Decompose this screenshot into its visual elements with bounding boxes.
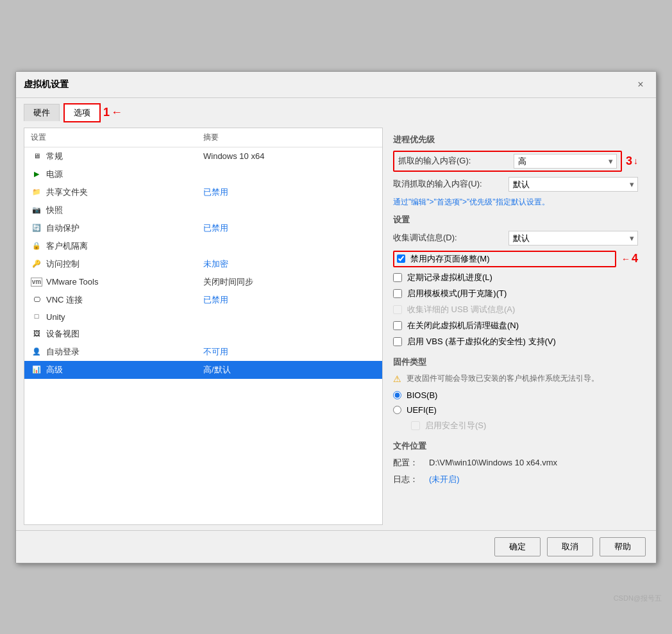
- bios-label: BIOS(B): [407, 390, 437, 400]
- template-mode-checkbox[interactable]: [393, 289, 402, 298]
- clean-disk-label: 在关闭此虚拟机后清理磁盘(N): [407, 320, 519, 331]
- left-item-guest-isolation[interactable]: 🔒 客户机隔离: [24, 237, 382, 255]
- log-progress-checkbox[interactable]: [393, 273, 402, 282]
- bios-radio[interactable]: [393, 391, 401, 399]
- autologon-icon: 👤: [31, 347, 42, 356]
- annotation-4: 4: [632, 252, 638, 265]
- checkbox-clean-disk-row: 在关闭此虚拟机后清理磁盘(N): [393, 320, 638, 331]
- dialog: 虚拟机设置 × 硬件 选项 1 ← 设置 摘要: [15, 71, 657, 563]
- title-bar: 虚拟机设置 ×: [16, 72, 656, 98]
- checkbox-template-mode-row: 启用模板模式(用于克隆)(T): [393, 288, 638, 299]
- clean-disk-checkbox[interactable]: [393, 321, 402, 330]
- left-item-power[interactable]: ▶ 电源: [24, 165, 382, 183]
- disable-page-trim-label: 禁用内存页面修整(M): [410, 253, 490, 265]
- annotation-3-area: 3 ↓: [626, 154, 638, 168]
- left-panel-header: 设置 摘要: [24, 128, 382, 147]
- left-item-auto-protect[interactable]: 🔄 自动保护 已禁用: [24, 219, 382, 237]
- uefi-radio[interactable]: [393, 406, 401, 414]
- left-item-advanced[interactable]: 📊 高级 高/默认 ← 2: [24, 361, 382, 379]
- firmware-section: 固件类型 ⚠ 更改固件可能会导致已安装的客户机操作系统无法引导。 BIOS(B)…: [393, 356, 638, 431]
- left-item-snapshot[interactable]: 📷 快照: [24, 201, 382, 219]
- firmware-warning-row: ⚠ 更改固件可能会导致已安装的客户机操作系统无法引导。: [393, 373, 638, 384]
- arrow-icon-4: ←: [621, 254, 630, 264]
- arrow-icon-3: ↓: [634, 156, 638, 166]
- template-mode-label: 启用模板模式(用于克隆)(T): [407, 288, 507, 299]
- file-location-section: 文件位置 配置： D:\VM\win10\Windows 10 x64.vmx …: [393, 440, 638, 485]
- file-location-title: 文件位置: [393, 440, 638, 452]
- config-label: 配置：: [393, 457, 424, 469]
- secure-boot-checkbox: [411, 421, 420, 430]
- vbs-checkbox[interactable]: [393, 337, 402, 346]
- checkbox-log-progress-row: 定期记录虚拟机进度(L): [393, 272, 638, 283]
- checkbox-disable-page-trim-row: 禁用内存页面修整(M) ← 4: [393, 251, 638, 267]
- bios-radio-row: BIOS(B): [393, 390, 638, 400]
- snapshot-icon: 📷: [31, 206, 42, 215]
- right-panel: 进程优先级 抓取的输入内容(G): 高 普通 低 3 ↓: [383, 128, 648, 525]
- isolation-icon: 🔒: [31, 242, 42, 251]
- cancel-button[interactable]: 取消: [547, 537, 593, 556]
- secure-boot-label: 启用安全引导(S): [425, 420, 486, 431]
- log-value: (未开启): [429, 474, 460, 485]
- process-priority-title: 进程优先级: [393, 134, 638, 146]
- warning-icon: ⚠: [393, 374, 401, 384]
- debug-row: 收集调试信息(D): 默认 信息 详细 调试: [393, 231, 638, 246]
- checkbox-vbs-row: 启用 VBS (基于虚拟化的安全性) 支持(V): [393, 336, 638, 347]
- grab-input-label: 抓取的输入内容(G):: [398, 155, 507, 167]
- annotation-3: 3: [626, 154, 632, 168]
- log-row: 日志： (未开启): [393, 474, 638, 485]
- unity-icon: □: [31, 312, 42, 321]
- device-view-icon: 🖼: [31, 330, 42, 338]
- vbs-label: 启用 VBS (基于虚拟化的安全性) 支持(V): [407, 336, 556, 347]
- config-path: D:\VM\win10\Windows 10 x64.vmx: [429, 458, 557, 467]
- settings-title: 设置: [393, 214, 638, 226]
- ungrab-input-select[interactable]: 默认 普通 低: [508, 177, 638, 192]
- vmware-tools-icon: vm: [31, 278, 42, 287]
- arrow-icon-1: ←: [111, 106, 122, 119]
- disable-page-trim-checkbox[interactable]: [397, 254, 405, 263]
- uefi-radio-row: UEFI(E): [393, 405, 638, 415]
- annotation-1: 1: [103, 106, 110, 119]
- general-icon: 🖥: [31, 152, 42, 161]
- debug-select[interactable]: 默认 信息 详细 调试: [508, 231, 638, 246]
- left-item-unity[interactable]: □ Unity: [24, 309, 382, 325]
- debug-label: 收集调试信息(D):: [393, 232, 502, 244]
- usb-debug-label: 收集详细的 USB 调试信息(A): [407, 304, 515, 315]
- vnc-icon: 🖵: [31, 296, 42, 304]
- advanced-icon: 📊: [31, 365, 42, 374]
- left-item-vnc[interactable]: 🖵 VNC 连接 已禁用: [24, 291, 382, 309]
- priority-hint: 通过"编辑">"首选项">"优先级"指定默认设置。: [393, 197, 638, 208]
- annotation-4-area: ← 4: [621, 252, 638, 265]
- tab-hardware[interactable]: 硬件: [24, 104, 60, 121]
- help-button[interactable]: 帮助: [600, 537, 646, 556]
- ok-button[interactable]: 确定: [494, 537, 541, 556]
- left-item-autologon[interactable]: 👤 自动登录 不可用: [24, 343, 382, 361]
- left-item-access-control[interactable]: 🔑 访问控制 未加密: [24, 255, 382, 273]
- access-icon: 🔑: [31, 260, 42, 269]
- tab-options[interactable]: 选项: [63, 103, 101, 122]
- left-item-shared-folders[interactable]: 📁 共享文件夹 已禁用: [24, 183, 382, 201]
- auto-protect-icon: 🔄: [31, 224, 42, 233]
- firmware-warning-text: 更改固件可能会导致已安装的客户机操作系统无法引导。: [407, 373, 599, 384]
- usb-debug-checkbox: [393, 305, 402, 314]
- log-progress-label: 定期记录虚拟机进度(L): [407, 272, 492, 283]
- log-label: 日志：: [393, 474, 424, 485]
- shared-folder-icon: 📁: [31, 188, 42, 197]
- uefi-label: UEFI(E): [407, 405, 437, 415]
- tab-bar: 硬件 选项 1 ←: [16, 98, 656, 122]
- left-panel: 设置 摘要 🖥 常规 Windows 10 x64 ▶ 电源: [24, 128, 383, 525]
- power-icon: ▶: [31, 170, 42, 179]
- config-row: 配置： D:\VM\win10\Windows 10 x64.vmx: [393, 457, 638, 469]
- checkbox-usb-debug-row: 收集详细的 USB 调试信息(A): [393, 304, 638, 315]
- col-settings: 设置: [31, 132, 203, 143]
- left-item-vmware-tools[interactable]: vm VMware Tools 关闭时间同步: [24, 273, 382, 291]
- grab-input-select[interactable]: 高 普通 低: [514, 154, 617, 169]
- ungrab-input-row: 取消抓取的输入内容(U): 默认 普通 低: [393, 177, 638, 192]
- left-item-device-view[interactable]: 🖼 设备视图: [24, 325, 382, 343]
- grab-input-row: 抓取的输入内容(G): 高 普通 低 3 ↓: [393, 151, 638, 172]
- ungrab-input-label: 取消抓取的输入内容(U):: [393, 178, 502, 190]
- footer: 确定 取消 帮助 CSDN@报号五: [16, 530, 656, 563]
- left-item-general[interactable]: 🖥 常规 Windows 10 x64: [24, 147, 382, 165]
- content-area: 设置 摘要 🖥 常规 Windows 10 x64 ▶ 电源: [16, 122, 656, 530]
- col-summary: 摘要: [203, 132, 376, 143]
- close-button[interactable]: ×: [633, 77, 648, 92]
